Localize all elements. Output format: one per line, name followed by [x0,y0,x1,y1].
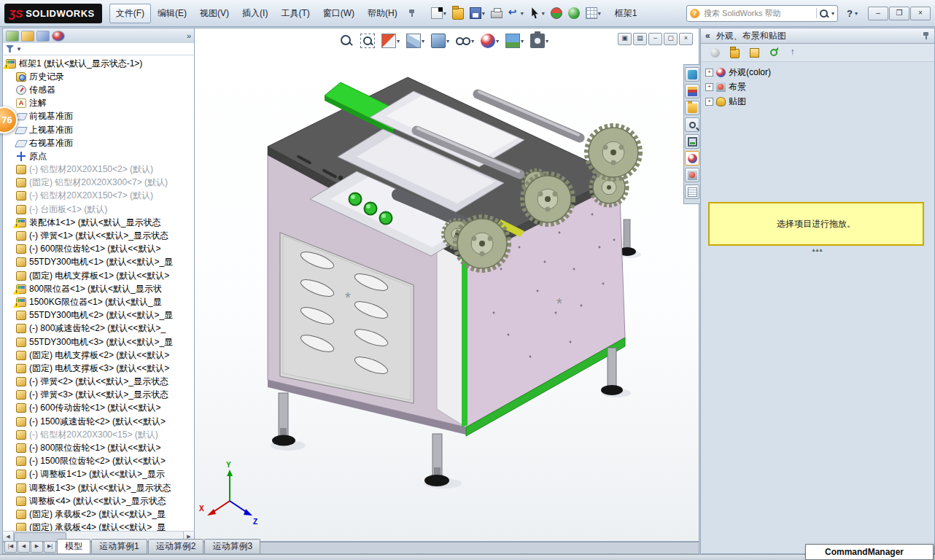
search-dropdown-icon[interactable]: ▾ [831,10,834,17]
help-button[interactable]: ? ▾ [847,8,858,19]
dropdown-arrow-icon[interactable]: ▾ [496,38,499,44]
tree-item[interactable]: 框架1 (默认<默认_显示状态-1>) [3,57,194,70]
tree-item[interactable]: 历史记录 [3,70,194,83]
edit-appearance-button[interactable]: ▾ [478,32,501,50]
menu-item-4[interactable]: 插入(I) [236,4,274,23]
tree-item[interactable]: (-) 铝型材20X20X150<2> (默认) [3,163,194,176]
dropdown-arrow-icon[interactable]: ▾ [397,38,400,44]
featuremanager-tab-icon[interactable] [6,31,19,42]
collapse-pane-icon[interactable]: « [705,31,710,41]
tree-item[interactable]: (-) 1500减速齿轮<2> (默认<<默认> [3,415,194,428]
machine-body[interactable] [268,77,625,436]
doc-tab-3[interactable]: 运动算例2 [148,539,204,553]
expand-plus-icon[interactable]: + [705,98,713,106]
open-folder-button[interactable] [726,45,742,61]
design-library-tab[interactable] [685,84,699,98]
tab-scroll-icon-1[interactable]: ◀ [18,541,30,553]
doc-tab-4[interactable]: 运动算例3 [204,539,260,553]
dropdown-arrow-icon[interactable]: ▾ [521,10,524,17]
section-view-button[interactable]: ▾ [379,32,402,50]
menu-item-1[interactable]: 文件(F) [109,4,151,23]
menu-item-2[interactable]: 编辑(E) [151,4,193,23]
tree-item[interactable]: (-) 弹簧<3> (默认<<默认>_显示状态 [3,389,194,402]
file-explorer-tab[interactable] [685,101,699,115]
select-button[interactable]: ▾ [527,4,547,23]
propertymanager-tab-icon[interactable] [21,31,34,42]
help-search-box[interactable]: ? ▾ [686,5,838,22]
menu-item-6[interactable]: 窗口(W) [317,4,361,23]
tree-item[interactable]: 调整板<4> (默认<<默认>_显示状态 [3,494,194,508]
tree-item[interactable]: 注解 [3,97,194,110]
filter-dropdown-icon[interactable]: ▼ [16,46,22,52]
solidworks-resources-tab[interactable] [685,67,699,82]
doc-tab-2[interactable]: 运动算例1 [91,539,147,553]
refresh-button[interactable] [766,45,782,61]
appearance-tree-item[interactable]: +布景 [705,79,934,94]
tree-item[interactable]: 55TDY300电机<1> (默认<<默认>_显 [3,256,194,269]
dropdown-arrow-icon[interactable]: ▾ [482,10,485,17]
open-button[interactable] [450,4,466,23]
tree-item[interactable]: 右视基准面 [3,136,194,149]
menu-item-5[interactable]: 工具(T) [274,4,316,23]
dropdown-arrow-icon[interactable]: ▾ [471,38,474,44]
restore-button[interactable]: ❐ [889,7,909,20]
search-input[interactable] [702,8,813,18]
print-button[interactable] [489,4,505,23]
tree-item[interactable]: 1500KG限位器<1> (默认<默认_显 [3,295,194,308]
close-button[interactable]: × [910,7,931,20]
expand-plus-icon[interactable]: + [705,83,713,91]
new-document-button[interactable]: ▾ [429,4,449,23]
graphics-area[interactable]: ▾▾▾▾▾▾▾ ▣▤–▢× [195,28,699,542]
expand-plus-icon[interactable]: + [705,69,713,77]
tree-item[interactable]: (固定) 电机支撑板<2> (默认<<默认> [3,349,194,362]
tab-scroll-icon-0[interactable]: |◀ [4,541,17,553]
tree-item[interactable]: (固定) 承载板<2> (默认<<默认>_显 [3,508,194,521]
doc-tab-1[interactable]: 模型 [57,539,90,553]
appearance-tree-item[interactable]: +贴图 [705,94,934,109]
minimize-doc-icon[interactable]: – [648,33,662,45]
search-icon[interactable] [820,9,828,18]
help-dropdown-icon[interactable]: ▾ [855,10,858,17]
dropdown-arrow-icon[interactable]: ▾ [443,10,446,17]
tree-item[interactable]: (-) 调整板1<1> (默认<<默认>_显示 [3,468,194,481]
appearances-tab[interactable] [685,151,699,166]
custom-properties-tab[interactable] [685,184,699,199]
undo-button[interactable]: ▾ [506,4,526,23]
scroll-left-icon[interactable]: ◀ [3,532,14,541]
zoom-area-button[interactable] [358,32,377,50]
tree-item[interactable]: (固定) 承载板<4> (默认<<默认>_显 [3,521,194,531]
featuremanager-filter[interactable]: ▼ [2,43,195,55]
model-3d-view[interactable]: ** Y X Z [195,28,699,542]
tab-scroll-icon-3[interactable]: ▶| [44,541,56,553]
tree-item[interactable]: 上视基准面 [3,123,194,136]
tree-item[interactable]: (-) 铝型材20X20X150<7> (默认) [3,190,194,203]
dropdown-arrow-icon[interactable]: ▾ [598,10,601,17]
tree-item[interactable]: 装配体1<1> (默认<默认_显示状态 [3,216,194,229]
tree-item[interactable]: (-) 1500限位齿轮<2> (默认<<默认> [3,455,194,468]
display-style-button[interactable]: ▾ [429,32,451,50]
dropdown-arrow-icon[interactable]: ▾ [546,38,548,44]
search-tab[interactable] [685,117,699,132]
apply-appearance-button[interactable] [707,45,723,61]
pin-icon[interactable] [408,9,416,18]
tree-item[interactable]: (固定) 电机支撑板<3> (默认<<默认> [3,362,194,375]
pin-icon[interactable] [923,31,930,40]
cascade-window-icon[interactable]: ▤ [633,33,647,45]
add-folder-button[interactable] [746,45,762,61]
view-orientation-button[interactable]: ▾ [404,32,427,50]
tree-item[interactable]: 800限位器<1> (默认<默认_显示状 [3,282,194,295]
tree-item[interactable]: 传感器 [3,83,194,96]
tree-item[interactable]: 55TDY300电机<2> (默认<<默认>_显 [3,309,194,322]
filter-funnel-icon[interactable] [6,45,14,52]
dropdown-arrow-icon[interactable]: ▾ [542,10,545,17]
tree-item[interactable]: 原点 [3,149,194,163]
tab-scroll-icon-2[interactable]: ▶ [31,541,43,553]
view-palette-tab[interactable] [685,134,699,149]
dropdown-arrow-icon[interactable]: ▾ [422,38,424,44]
apply-scene-button[interactable]: ▾ [503,32,526,50]
tree-item[interactable]: (-) 800限位齿轮<1> (默认<<默认> [3,441,194,454]
tree-item[interactable]: 55TDY300电机<3> (默认<<默认>_显 [3,335,194,349]
close-doc-icon[interactable]: × [679,33,693,45]
menu-item-3[interactable]: 视图(V) [193,4,236,23]
tree-item[interactable]: (固定) 电机支撑板<1> (默认<<默认> [3,269,194,282]
